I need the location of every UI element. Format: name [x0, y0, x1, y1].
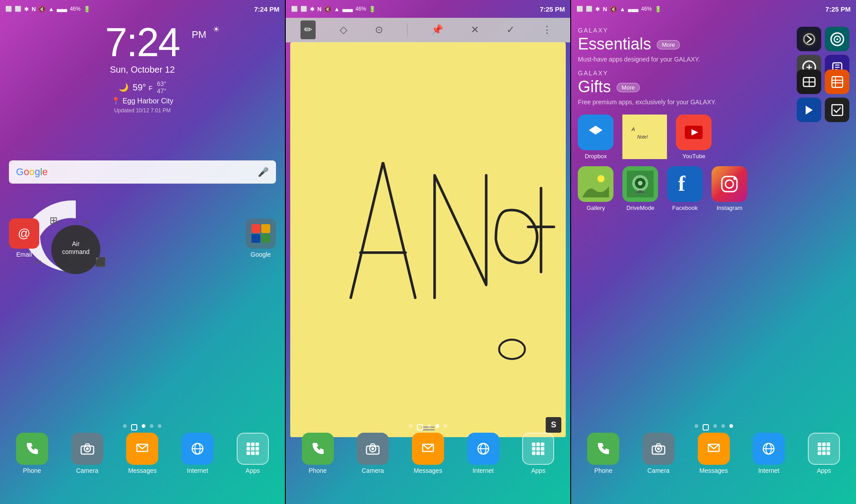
internet-icon-2: [467, 433, 499, 465]
dot2-2: [428, 424, 431, 428]
google-folder-icon[interactable]: Google: [246, 218, 276, 258]
pen-tool-icon[interactable]: ✏: [300, 20, 316, 39]
svg-text:⬛: ⬛: [95, 257, 106, 267]
svg-rect-73: [827, 447, 830, 451]
essentials-more-badge[interactable]: More: [657, 40, 680, 49]
svg-rect-74: [818, 451, 821, 455]
dock-messages-3[interactable]: Messages: [691, 433, 736, 474]
page-indicator-2: [286, 424, 571, 430]
battery-icon-1: 🔋: [83, 6, 91, 12]
wifi-icon: ▲: [48, 6, 54, 12]
sun-icon-1: ☀: [213, 25, 220, 34]
dock-phone-1[interactable]: Phone: [10, 433, 54, 474]
dot-4: [158, 424, 161, 428]
svg-rect-31: [532, 443, 535, 446]
dropbox-app[interactable]: Dropbox: [578, 115, 613, 160]
email-app-icon[interactable]: @ Email: [9, 218, 39, 258]
clock-widget: 7:24 PM ☀ Sun, October 12 🌙 59° F 63°47°…: [0, 22, 285, 114]
nfc-icon: N: [32, 6, 36, 12]
dock-phone-3[interactable]: Phone: [581, 433, 626, 474]
essentials-app-2[interactable]: [825, 27, 849, 51]
svg-point-44: [836, 38, 838, 40]
dock-apps-btn-2[interactable]: Apps: [516, 433, 560, 474]
dock-internet-3[interactable]: Internet: [746, 433, 791, 474]
svg-rect-17: [247, 447, 250, 451]
mute-icon-3: 🔇: [610, 6, 617, 12]
essentials-app-1[interactable]: [797, 27, 821, 51]
dock-apps-btn-1[interactable]: Apps: [230, 433, 275, 474]
dock-camera-3[interactable]: Camera: [636, 433, 681, 474]
svg-rect-33: [541, 443, 544, 446]
apps-label-1: Apps: [246, 467, 260, 474]
gallery-icon: [578, 166, 613, 202]
dock-camera-2[interactable]: Camera: [350, 433, 395, 474]
eraser-tool-icon[interactable]: ◇: [336, 20, 351, 39]
messages-icon-1: [126, 433, 158, 465]
wifi-icon-3: ▲: [620, 6, 626, 12]
location-display: 📍 Egg Harbor City: [0, 97, 285, 105]
pin-tool-icon[interactable]: 📌: [428, 20, 447, 39]
wifi-icon-2: ▲: [334, 6, 340, 12]
facebook-app[interactable]: f Facebook: [667, 166, 703, 211]
svg-text:f: f: [678, 173, 686, 195]
gifts-app-4[interactable]: [825, 98, 849, 122]
screen-1: ⬜ ⬜ ✱ N 🔇 ▲ ▄▄▄ 46% 🔋 7:24 PM 7:24 PM ☀ …: [0, 0, 285, 504]
camera-label-1: Camera: [76, 467, 99, 474]
note-content-area[interactable]: S: [290, 42, 566, 437]
svg-point-60: [725, 180, 733, 188]
svg-rect-48: [832, 77, 843, 87]
svg-point-63: [657, 447, 660, 450]
mic-icon[interactable]: 🎤: [258, 167, 269, 177]
messages-label-3: Messages: [700, 467, 728, 474]
gifts-apps-row1: [797, 70, 849, 94]
dock-phone-2[interactable]: Phone: [296, 433, 340, 474]
status-icons-left-3: ⬜ ⬜ ✱ N 🔇 ▲ ▄▄▄ 46% 🔋: [576, 6, 662, 12]
svg-point-53: [597, 175, 605, 182]
dock-internet-1[interactable]: Internet: [175, 433, 220, 474]
phone-label-3: Phone: [594, 467, 612, 474]
svg-rect-70: [827, 443, 830, 446]
svg-point-57: [638, 181, 642, 185]
screenshot-icon-2: ⬜: [291, 6, 298, 12]
svg-rect-14: [247, 443, 250, 446]
dock-internet-2[interactable]: Internet: [461, 433, 506, 474]
svg-text:⊞: ⊞: [49, 215, 58, 226]
svg-rect-21: [251, 451, 255, 455]
instagram-app[interactable]: Instagram: [712, 166, 747, 211]
svg-text:Note!: Note!: [638, 135, 648, 139]
dock-messages-2[interactable]: Messages: [406, 433, 450, 474]
dock-messages-1[interactable]: Messages: [120, 433, 165, 474]
note-thumb-app[interactable]: A Note!: [622, 115, 667, 159]
gifts-app-2[interactable]: [825, 70, 849, 94]
more-tool-icon[interactable]: ⋮: [539, 20, 556, 39]
youtube-label: YouTube: [683, 153, 705, 160]
lasso-tool-icon[interactable]: ⊙: [371, 20, 387, 39]
gifts-section: GALAXY Gifts More Free premium apps, exc…: [578, 70, 849, 106]
dock-apps-btn-3[interactable]: Apps: [802, 433, 846, 474]
facebook-label: Facebook: [672, 205, 698, 211]
gifts-app-1[interactable]: [797, 70, 821, 94]
signal-icon-3: ▄▄▄: [628, 6, 638, 12]
dot2-1: [409, 424, 412, 428]
youtube-app[interactable]: YouTube: [676, 115, 712, 160]
gallery-app[interactable]: Gallery: [578, 166, 613, 211]
close-tool-icon[interactable]: ✕: [467, 20, 482, 39]
dock-apps-1: Phone Camera Messages Internet: [0, 433, 285, 474]
drivemode-app[interactable]: DriveMode: [622, 166, 658, 211]
svg-rect-15: [251, 443, 255, 446]
note-toolbar: ✏ ◇ ⊙ 📌 ✕ ✓ ⋮: [286, 18, 571, 42]
google-search-bar[interactable]: Google 🎤: [9, 160, 276, 184]
svg-rect-18: [251, 447, 255, 451]
svg-text:A: A: [631, 126, 635, 132]
check-tool-icon[interactable]: ✓: [503, 20, 518, 39]
dock-camera-1[interactable]: Camera: [65, 433, 110, 474]
dropbox-label: Dropbox: [585, 153, 607, 160]
phone-label-2: Phone: [309, 467, 326, 474]
email-label: Email: [16, 251, 32, 258]
clock-date-1: Sun, October 12: [0, 65, 285, 75]
gifts-more-badge[interactable]: More: [617, 83, 640, 92]
svg-text:Air: Air: [72, 240, 79, 247]
internet-label-1: Internet: [187, 467, 208, 474]
gifts-app-3[interactable]: [797, 98, 821, 122]
moon-icon: 🌙: [119, 82, 128, 92]
